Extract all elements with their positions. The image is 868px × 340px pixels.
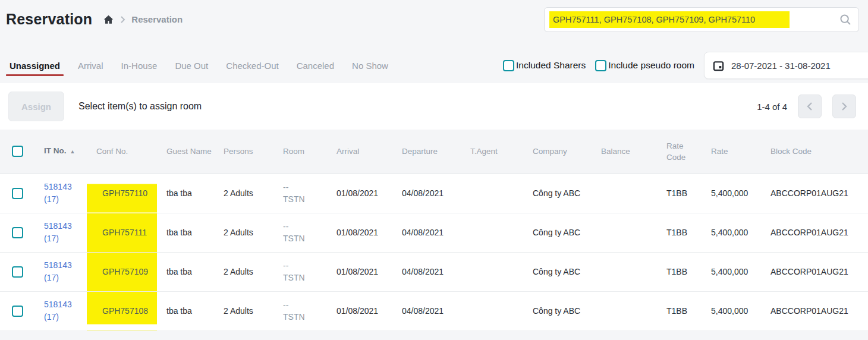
departure-cell: 04/08/2021 [392,213,461,252]
toolbar: Assign Select item(s) to assign room 1-4… [0,83,868,130]
rate-code-cell: T1BB [657,291,702,330]
conf-no-cell: GPH757109 [87,252,157,291]
search-icon[interactable] [839,14,851,26]
rate-cell: 5,400,000 [702,252,761,291]
prev-page-button[interactable] [798,95,822,118]
breadcrumb: Reservation [103,14,183,25]
balance-cell [592,291,657,330]
assign-hint-text: Select item(s) to assign room [78,101,202,112]
arrival-cell: 01/08/2021 [327,174,392,213]
column-header-persons[interactable]: Persons [214,130,273,174]
company-cell: Công ty ABC [523,174,592,213]
balance-cell [592,252,657,291]
table-row: 518143(17) GPH757111 tba tba 2 Adults --… [0,213,868,252]
row-checkbox[interactable] [12,188,23,199]
tab-due-out[interactable]: Due Out [174,48,209,83]
tab-arrival[interactable]: Arrival [77,48,105,83]
it-no-link[interactable]: 518143(17) [44,298,87,323]
table-header: IT No.▲ Conf No. Guest Name Persons Room… [0,130,868,174]
block-code-cell: ABCCORP01AUG21 [761,252,868,291]
guest-name-cell: tba tba [157,252,214,291]
it-no-link[interactable]: 518143(17) [44,181,87,206]
column-header-guest-name[interactable]: Guest Name [157,130,214,174]
calendar-icon [713,60,724,71]
room-cell: --TSTN [273,291,327,330]
it-no-link[interactable]: 518143(17) [44,259,87,284]
departure-cell: 04/08/2021 [392,174,461,213]
page-title: Reservation [6,11,92,28]
tab-canceled[interactable]: Canceled [295,48,335,83]
date-range-picker[interactable]: 28-07-2021 - 31-08-2021 [704,52,868,79]
persons-cell: 2 Adults [214,252,273,291]
column-header-rate-code[interactable]: Rate Code [657,130,702,174]
chevron-left-icon [806,102,813,111]
block-code-cell: ABCCORP01AUG21 [761,213,868,252]
included-sharers-checkbox[interactable] [503,60,514,71]
column-header-room[interactable]: Room [273,130,327,174]
t-agent-cell [461,291,523,330]
column-header-arrival[interactable]: Arrival [327,130,392,174]
it-no-cell: 518143(17) [34,291,87,330]
block-code-cell: ABCCORP01AUG21 [761,174,868,213]
row-checkbox[interactable] [12,306,23,317]
block-code-cell: ABCCORP01AUG21 [761,291,868,330]
chevron-right-icon [841,102,848,111]
rate-code-cell: T1BB [657,213,702,252]
column-header-rate[interactable]: Rate [702,130,761,174]
departure-cell: 04/08/2021 [392,291,461,330]
breadcrumb-current[interactable]: Reservation [131,14,183,24]
include-pseudo-room-checkbox[interactable] [595,60,606,71]
t-agent-cell [461,213,523,252]
search-value-highlighted: GPH757111, GPH757108, GPH757109, GPH7571… [549,11,790,28]
room-cell: --TSTN [273,213,327,252]
select-all-checkbox[interactable] [12,146,23,157]
tab-in-house[interactable]: In-House [120,48,159,83]
column-header-block-code[interactable]: Block Code [761,130,868,174]
arrival-cell: 01/08/2021 [327,291,392,330]
column-header-conf-no[interactable]: Conf No. [87,130,157,174]
table-row: 518143(17) GPH757110 tba tba 2 Adults --… [0,174,868,213]
guest-name-cell: tba tba [157,213,214,252]
table-body: 518143(17) GPH757110 tba tba 2 Adults --… [0,174,868,330]
company-cell: Công ty ABC [523,291,592,330]
tab-list: Unassigned Arrival In-House Due Out Chec… [8,48,389,83]
it-no-cell: 518143(17) [34,213,87,252]
column-header-t-agent[interactable]: T.Agent [461,130,523,174]
conf-no-cell: GPH757111 [87,213,157,252]
row-checkbox[interactable] [12,266,23,278]
tab-checked-out[interactable]: Checked-Out [225,48,279,83]
date-range-value: 28-07-2021 - 31-08-2021 [731,61,831,71]
company-cell: Công ty ABC [523,252,592,291]
search-input[interactable]: GPH757111, GPH757108, GPH757109, GPH7571… [544,7,859,32]
persons-cell: 2 Adults [214,213,273,252]
chevron-right-icon [120,15,125,24]
company-cell: Công ty ABC [523,213,592,252]
it-no-link[interactable]: 518143(17) [44,220,87,245]
tab-unassigned[interactable]: Unassigned [8,48,61,83]
filter-group: Included Sharers Include pseudo room 28-… [503,48,868,83]
rate-cell: 5,400,000 [702,213,761,252]
balance-cell [592,213,657,252]
reservations-table: IT No.▲ Conf No. Guest Name Persons Room… [0,130,868,331]
column-header-departure[interactable]: Departure [392,130,461,174]
column-header-balance[interactable]: Balance [592,130,657,174]
guest-name-cell: tba tba [157,174,214,213]
column-header-company[interactable]: Company [523,130,592,174]
table-row: 518143(17) GPH757109 tba tba 2 Adults --… [0,252,868,291]
persons-cell: 2 Adults [214,291,273,330]
column-header-it-no[interactable]: IT No.▲ [34,130,87,174]
include-pseudo-room-label: Include pseudo room [608,60,694,71]
top-header: Reservation Reservation GPH757111, GPH75… [0,0,868,48]
t-agent-cell [461,174,523,213]
include-pseudo-room-option: Include pseudo room [595,60,694,71]
included-sharers-label: Included Sharers [516,60,586,71]
room-cell: --TSTN [273,174,327,213]
it-no-cell: 518143(17) [34,174,87,213]
row-checkbox[interactable] [12,227,23,238]
assign-button[interactable]: Assign [8,92,64,121]
title-group: Reservation Reservation [6,11,183,28]
home-icon[interactable] [103,14,114,25]
conf-no-cell: GPH757110 [87,174,157,213]
next-page-button[interactable] [832,95,856,118]
tab-no-show[interactable]: No Show [351,48,389,83]
